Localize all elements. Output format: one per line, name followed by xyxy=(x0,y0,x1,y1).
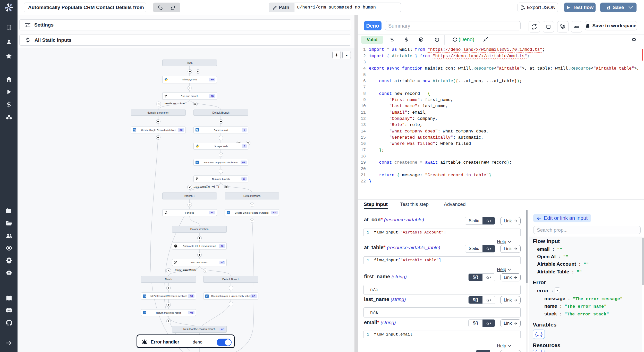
svg-text:TS: TS xyxy=(143,295,146,297)
svg-text:TS: TS xyxy=(227,212,230,214)
svg-text:TS: TS xyxy=(133,129,136,131)
svg-text:TS: TS xyxy=(206,295,208,297)
svg-text:TS: TS xyxy=(143,312,146,314)
svg-text:TS: TS xyxy=(196,162,198,163)
svg-text:TS: TS xyxy=(196,129,198,131)
